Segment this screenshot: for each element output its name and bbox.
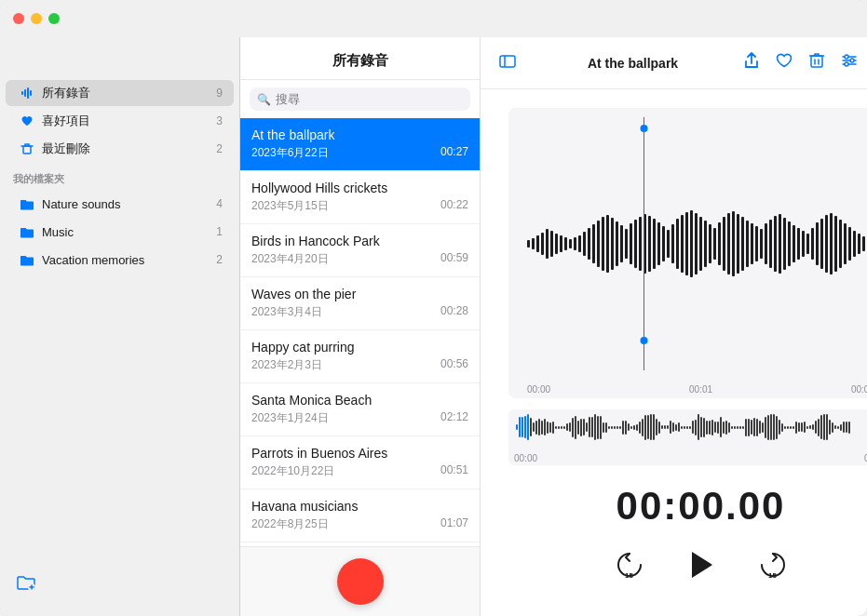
recording-item[interactable]: Waves on the pier 2023年3月4日 00:28 xyxy=(240,277,480,330)
mini-waveform-bar xyxy=(633,425,635,430)
mini-waveform-bar xyxy=(667,425,669,429)
sidebar-toggle-button[interactable] xyxy=(499,53,523,73)
waveform-mini[interactable]: 00:00 00:17 xyxy=(508,409,867,465)
maximize-button[interactable] xyxy=(48,13,60,24)
rec-date: 2022年10月22日 xyxy=(251,463,334,479)
waveform-bar xyxy=(532,238,535,249)
skip-back-button[interactable]: 15 xyxy=(609,544,650,585)
rec-duration: 00:56 xyxy=(440,357,468,373)
waveform-bar xyxy=(616,221,618,266)
sidebar-folder-nature[interactable]: Nature sounds 4 xyxy=(6,191,234,217)
mini-waveform-bar xyxy=(818,419,820,436)
mini-waveform-bar xyxy=(709,421,711,435)
waveform-bar xyxy=(602,217,604,271)
mini-waveform-bar xyxy=(591,417,593,437)
mini-waveform-bar xyxy=(678,422,680,432)
recording-item[interactable]: Havana musicians 2022年8月25日 01:07 xyxy=(240,489,480,542)
mini-waveform-bar xyxy=(563,426,565,429)
svg-rect-2 xyxy=(27,87,29,99)
sidebar-item-favorites[interactable]: 喜好項目 3 xyxy=(6,108,234,134)
waveform-bar xyxy=(685,212,688,275)
skip-forward-button[interactable]: 15 xyxy=(752,544,793,585)
mini-waveform-bar xyxy=(519,417,521,437)
right-panel-title: At the ballpark xyxy=(523,56,742,71)
mini-waveform-bar xyxy=(535,421,537,435)
mini-waveform-bar xyxy=(653,414,655,440)
sidebar-item-all[interactable]: 所有錄音 9 xyxy=(6,80,234,106)
mini-waveform-bar xyxy=(723,422,725,434)
recording-item[interactable]: Hollywood Hills crickets 2023年5月15日 00:2… xyxy=(240,171,480,224)
recording-item[interactable]: Parrots in Buenos Aires 2022年10月22日 00:5… xyxy=(240,436,480,489)
share-button[interactable] xyxy=(742,50,761,75)
mini-waveform-bar xyxy=(742,426,744,429)
mini-waveform-bar xyxy=(558,426,560,429)
sidebar-item-deleted[interactable]: 最近刪除 2 xyxy=(6,136,234,162)
mini-waveform-bar xyxy=(706,421,708,435)
mini-waveform-bar xyxy=(541,421,543,435)
sidebar-nature-badge: 4 xyxy=(216,197,223,210)
rec-meta: 2023年5月15日 00:22 xyxy=(251,198,468,214)
search-input[interactable] xyxy=(250,87,470,111)
rec-date: 2023年1月24日 xyxy=(251,410,329,426)
waveform-bar xyxy=(751,223,753,264)
new-folder-button[interactable] xyxy=(13,570,39,599)
mini-waveform-bar xyxy=(670,421,671,434)
waveform-bar xyxy=(681,215,684,273)
recording-item[interactable]: Santa Monica Beach 2023年1月24日 02:12 xyxy=(240,383,480,436)
mini-waveform-bar xyxy=(745,419,747,436)
mini-waveform-bar xyxy=(625,421,627,435)
recording-item[interactable]: At the ballpark 2023年6月22日 00:27 xyxy=(240,118,480,171)
mini-time-start: 00:00 xyxy=(514,453,537,463)
waveform-bar xyxy=(699,217,702,271)
waveform-bar xyxy=(741,217,744,271)
waveform-bars-large xyxy=(508,108,867,370)
rec-meta: 2023年4月20日 00:59 xyxy=(251,251,468,267)
rec-duration: 00:59 xyxy=(440,251,468,267)
mini-waveform-bar xyxy=(686,426,688,429)
waveform-bar xyxy=(825,215,828,273)
mini-waveform-bar xyxy=(555,426,557,429)
waveform-bar xyxy=(755,226,758,261)
waveform-large[interactable]: 00:00 00:01 00:02 xyxy=(508,108,867,398)
favorite-button[interactable] xyxy=(774,51,794,74)
folder-icon-nature xyxy=(19,195,35,212)
mini-waveform-bar xyxy=(547,422,549,434)
mini-waveform-bar xyxy=(644,415,646,440)
right-panel: At the ballpark xyxy=(481,37,867,616)
delete-button[interactable] xyxy=(807,50,826,75)
mini-waveform-bar xyxy=(826,414,828,440)
rec-title: At the ballpark xyxy=(251,127,468,142)
mini-time-axis: 00:00 00:17 xyxy=(508,453,867,463)
mini-waveform-bar xyxy=(695,420,697,435)
rec-date: 2023年6月22日 xyxy=(251,145,329,161)
waveform-bar xyxy=(802,231,805,257)
sidebar-folder-vacation[interactable]: Vacation memories 2 xyxy=(6,247,234,273)
mini-waveform-bar xyxy=(608,426,610,429)
mini-waveform-bar xyxy=(594,414,596,440)
waveform-bar xyxy=(723,217,725,271)
minimize-button[interactable] xyxy=(31,13,42,24)
waveform-bar xyxy=(564,237,567,250)
mini-waveform-bar xyxy=(734,426,736,429)
heart-icon xyxy=(19,113,35,129)
rec-meta: 2023年1月24日 02:12 xyxy=(251,410,468,426)
svg-point-15 xyxy=(850,59,854,62)
waveform-bar xyxy=(858,234,860,254)
sidebar-folder-music[interactable]: Music 1 xyxy=(6,219,234,245)
mini-waveform-bar xyxy=(583,419,585,435)
recording-item[interactable]: Birds in Hancock Park 2023年4月20日 00:59 xyxy=(240,224,480,277)
sidebar-vacation-label: Vacation memories xyxy=(42,253,216,267)
waveform-bar xyxy=(578,235,581,252)
recording-item[interactable]: Happy cat purring 2023年2月3日 00:56 xyxy=(240,330,480,383)
options-button[interactable] xyxy=(839,51,860,74)
close-button[interactable] xyxy=(13,13,24,24)
sidebar-music-label: Music xyxy=(42,225,216,239)
window-chrome xyxy=(0,0,867,37)
waveform-bar xyxy=(839,220,842,268)
mini-waveform-bar xyxy=(603,422,604,433)
sidebar-vacation-badge: 2 xyxy=(216,253,223,266)
record-button[interactable] xyxy=(337,558,384,605)
sidebar-favorites-badge: 3 xyxy=(216,114,223,127)
mini-waveform-bar xyxy=(600,416,602,439)
play-button[interactable] xyxy=(678,542,725,588)
